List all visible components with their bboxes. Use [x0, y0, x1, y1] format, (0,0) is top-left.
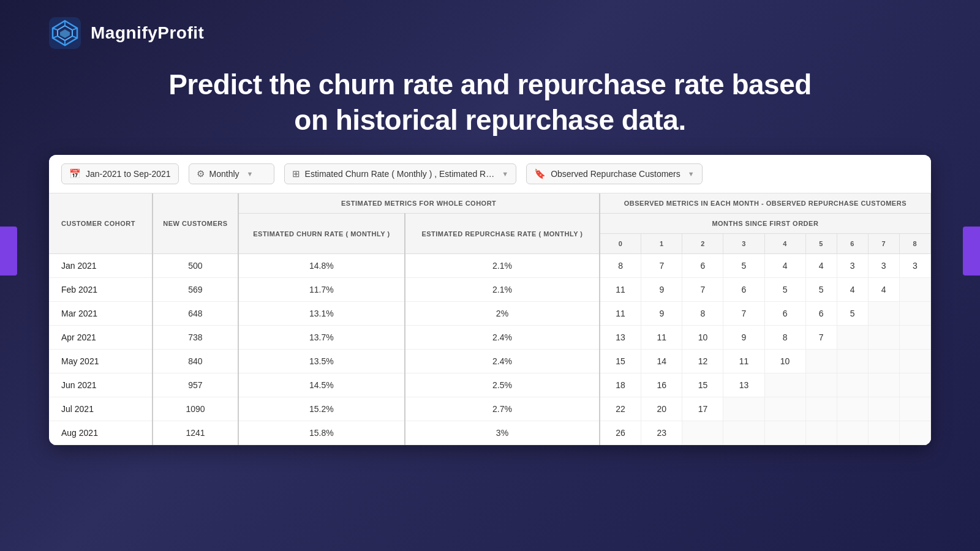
- metrics-filter[interactable]: ⊞ Estimated Churn Rate ( Monthly ) , Est…: [284, 163, 517, 184]
- cell-month-0: 18: [600, 373, 641, 397]
- cell-month-2: [682, 421, 723, 445]
- col-header-new-customers: New Customers: [153, 193, 238, 254]
- table-row: Apr 202173813.7%2.4%131110987: [49, 326, 931, 350]
- table-row: Jun 202195714.5%2.5%18161513: [49, 373, 931, 397]
- table-row: Feb 202156911.7%2.1%119765544: [49, 278, 931, 302]
- period-filter[interactable]: ⚙ Monthly ▼: [189, 163, 274, 184]
- cell-month-6: [837, 350, 868, 373]
- cell-month-3: 13: [723, 373, 764, 397]
- col-header-month-6: 6: [837, 234, 868, 254]
- cell-month-6: [837, 397, 868, 421]
- cell-month-0: 8: [600, 254, 641, 278]
- cell-cohort: Jan 2021: [49, 254, 153, 278]
- cell-month-2: 10: [682, 326, 723, 350]
- col-header-month-3: 3: [723, 234, 764, 254]
- cell-month-7: [868, 326, 899, 350]
- cell-month-2: 8: [682, 302, 723, 326]
- col-header-group-estimated: Estimated Metrics for Whole Cohort: [238, 193, 600, 214]
- cell-month-7: [868, 302, 899, 326]
- cell-month-5: [805, 373, 837, 397]
- cell-new-customers: 840: [153, 350, 238, 373]
- cell-month-5: 7: [805, 326, 837, 350]
- cell-month-4: 6: [764, 302, 805, 326]
- cell-month-7: 3: [868, 254, 899, 278]
- cell-month-3: [723, 397, 764, 421]
- cell-month-1: 7: [641, 254, 682, 278]
- table-container: 📅 Jan-2021 to Sep-2021 ⚙ Monthly ▼ ⊞ Est…: [49, 155, 931, 445]
- cell-est-churn: 11.7%: [238, 278, 405, 302]
- col-header-month-8: 8: [899, 234, 930, 254]
- cell-month-4: [764, 397, 805, 421]
- cell-est-repurchase: 3%: [405, 421, 600, 445]
- cell-month-6: [837, 373, 868, 397]
- cell-month-3: 6: [723, 278, 764, 302]
- cell-month-4: 10: [764, 350, 805, 373]
- cell-month-7: [868, 397, 899, 421]
- cell-month-1: 9: [641, 302, 682, 326]
- table-row: Jan 202150014.8%2.1%876544333: [49, 254, 931, 278]
- right-accent: [963, 227, 980, 276]
- cell-new-customers: 648: [153, 302, 238, 326]
- cell-new-customers: 1241: [153, 421, 238, 445]
- bookmark-icon: 🔖: [534, 168, 546, 179]
- cell-month-4: [764, 421, 805, 445]
- cell-month-7: [868, 373, 899, 397]
- table-scroll[interactable]: Customer Cohort New Customers Estimated …: [49, 193, 931, 445]
- cell-month-3: 11: [723, 350, 764, 373]
- cell-est-repurchase: 2%: [405, 302, 600, 326]
- cell-month-6: [837, 326, 868, 350]
- date-range-value: Jan-2021 to Sep-2021: [86, 169, 171, 179]
- cell-cohort: Jul 2021: [49, 397, 153, 421]
- cell-month-0: 15: [600, 350, 641, 373]
- settings-icon: ⚙: [197, 168, 205, 179]
- cell-est-churn: 13.7%: [238, 326, 405, 350]
- chevron-down-icon-3: ▼: [688, 170, 695, 178]
- left-accent: [0, 227, 17, 276]
- col-header-month-7: 7: [868, 234, 899, 254]
- cell-month-7: 4: [868, 278, 899, 302]
- header: MagnifyProfit: [0, 0, 980, 61]
- col-header-month-0: 0: [600, 234, 641, 254]
- cell-month-8: [899, 302, 930, 326]
- table-row: Jul 2021109015.2%2.7%222017: [49, 397, 931, 421]
- cell-month-6: 5: [837, 302, 868, 326]
- cell-month-1: 9: [641, 278, 682, 302]
- cell-month-3: 7: [723, 302, 764, 326]
- cell-est-churn: 15.2%: [238, 397, 405, 421]
- filters-bar: 📅 Jan-2021 to Sep-2021 ⚙ Monthly ▼ ⊞ Est…: [49, 155, 931, 193]
- date-range-filter[interactable]: 📅 Jan-2021 to Sep-2021: [61, 163, 179, 184]
- cell-est-churn: 14.8%: [238, 254, 405, 278]
- col-header-cohort: Customer Cohort: [49, 193, 153, 254]
- cell-month-0: 13: [600, 326, 641, 350]
- cell-est-churn: 14.5%: [238, 373, 405, 397]
- cell-month-2: 6: [682, 254, 723, 278]
- calendar-icon: 📅: [69, 168, 81, 179]
- cell-month-4: [764, 373, 805, 397]
- cell-est-repurchase: 2.4%: [405, 326, 600, 350]
- cell-month-0: 22: [600, 397, 641, 421]
- table-row: Aug 2021124115.8%3%2623: [49, 421, 931, 445]
- cell-month-5: 6: [805, 302, 837, 326]
- chevron-down-icon: ▼: [247, 170, 254, 178]
- chevron-down-icon-2: ▼: [502, 170, 508, 178]
- cell-month-4: 8: [764, 326, 805, 350]
- cell-est-repurchase: 2.1%: [405, 278, 600, 302]
- cell-month-4: 5: [764, 278, 805, 302]
- cell-cohort: Apr 2021: [49, 326, 153, 350]
- cell-month-0: 11: [600, 302, 641, 326]
- cell-month-7: [868, 350, 899, 373]
- cell-month-8: [899, 350, 930, 373]
- cell-month-5: [805, 350, 837, 373]
- cell-month-5: [805, 421, 837, 445]
- metrics-value: Estimated Churn Rate ( Monthly ) , Estim…: [305, 169, 495, 179]
- cell-new-customers: 738: [153, 326, 238, 350]
- cell-month-8: [899, 278, 930, 302]
- cell-cohort: Mar 2021: [49, 302, 153, 326]
- cell-month-8: 3: [899, 254, 930, 278]
- col-header-month-2: 2: [682, 234, 723, 254]
- cell-new-customers: 957: [153, 373, 238, 397]
- observed-filter[interactable]: 🔖 Observed Repurchase Customers ▼: [526, 163, 703, 184]
- col-header-month-4: 4: [764, 234, 805, 254]
- cell-new-customers: 1090: [153, 397, 238, 421]
- cell-month-2: 15: [682, 373, 723, 397]
